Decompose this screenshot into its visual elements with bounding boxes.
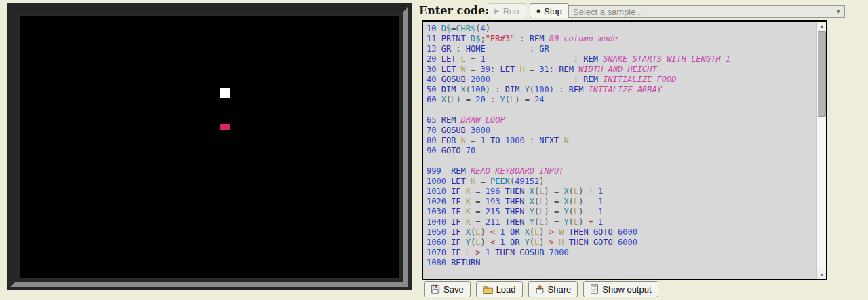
code-line [427, 105, 815, 115]
code-line: 1030 IF K = 215 THEN Y(L) = Y(L) - 1 [427, 207, 815, 217]
load-button[interactable]: Load [476, 281, 523, 297]
code-line: 20 LET L = 1 : REM SNAKE STARTS WITH LEN… [427, 54, 815, 64]
editor-actions: Save Load Share Show output [424, 281, 658, 297]
share-button[interactable]: Share [528, 281, 578, 297]
monitor-bezel [10, 7, 408, 287]
code-line [427, 156, 815, 166]
screen-surface[interactable] [16, 12, 403, 282]
code-line [427, 268, 815, 278]
code-line: 1000 LET K = PEEK(49152) [427, 176, 815, 187]
code-line: 1020 IF K = 193 THEN X(L) = X(L) - 1 [427, 197, 815, 207]
code-line: 70 GOSUB 3000 [427, 126, 815, 136]
save-button-label: Save [443, 284, 464, 295]
scrollbar-thumb[interactable] [818, 31, 826, 117]
apple2-monitor [7, 3, 412, 290]
document-icon [590, 284, 599, 294]
code-line: 1060 IF Y(L) < 1 OR Y(L) > H THEN GOTO 6… [427, 238, 815, 248]
code-line: 50 DIM X(100) : DIM Y(100) : REM INTIALI… [427, 85, 815, 95]
stop-button[interactable]: ■ Stop [530, 3, 569, 18]
share-button-label: Share [548, 284, 572, 295]
play-icon: ▶ [494, 7, 500, 14]
code-line: 1010 IF K = 196 THEN X(L) = X(L) + 1 [427, 187, 815, 197]
code-line: 40 GOSUB 2000 : REM INITIALIZE FOOD [427, 75, 815, 85]
sample-select[interactable]: Select a sample... ▾ [568, 5, 845, 18]
code-line: 11 PRINT D$;"PR#3" : REM 80-column mode [427, 34, 815, 44]
run-button-label: Run [503, 6, 519, 16]
show-output-button[interactable]: Show output [583, 281, 658, 297]
code-line: 90 GOTO 70 [427, 146, 815, 156]
code-line: 10 D$=CHR$(4) [427, 24, 815, 34]
code-line: 1050 IF X(L) < 1 OR X(L) > W THEN GOTO 6… [427, 227, 815, 238]
code-line: 1070 IF L > 1 THEN GOSUB 7000 [427, 248, 815, 258]
food-pixel [220, 124, 230, 130]
code-line: 1999 REM CREATE FOOD SUBROUTINE [427, 278, 815, 279]
load-button-label: Load [496, 284, 516, 295]
code-line: 1080 RETURN [427, 258, 815, 268]
share-icon [535, 284, 545, 294]
editor-scrollbar[interactable]: ▲ ▼ [816, 22, 826, 279]
code-lines: 10 D$=CHR$(4)11 PRINT D$;"PR#3" : REM 80… [427, 24, 815, 279]
chevron-down-icon: ▾ [836, 7, 840, 16]
snake-pixel [220, 88, 230, 98]
sample-select-value: Select a sample... [573, 7, 643, 17]
code-line: 1040 IF K = 211 THEN Y(L) = Y(L) + 1 [427, 217, 815, 227]
code-line: 13 GR : HOME : GR [427, 44, 815, 54]
show-output-button-label: Show output [602, 284, 651, 295]
stop-button-label: Stop [544, 6, 562, 16]
code-line: 999 REM READ KEYBOARD INPUT [427, 166, 815, 176]
code-line: 65 REM DRAW LOOP [427, 115, 815, 126]
scroll-up-button[interactable]: ▲ [817, 22, 827, 31]
run-button[interactable]: ▶ Run [488, 3, 526, 18]
folder-icon [483, 285, 493, 294]
code-line: 80 FOR N = 1 TO 1000 : NEXT N [427, 136, 815, 146]
stop-icon: ■ [536, 7, 540, 14]
enter-code-label: Enter code: [419, 4, 489, 17]
code-line: 30 LET W = 39: LET H = 31: REM WIDTH AND… [427, 64, 815, 75]
save-button[interactable]: Save [424, 281, 471, 297]
scroll-down-button[interactable]: ▼ [817, 270, 827, 279]
floppy-disk-icon [431, 284, 440, 294]
code-editor[interactable]: 10 D$=CHR$(4)11 PRINT D$;"PR#3" : REM 80… [422, 20, 827, 280]
code-line: 60 X(L) = 20 : Y(L) = 24 [427, 95, 815, 105]
